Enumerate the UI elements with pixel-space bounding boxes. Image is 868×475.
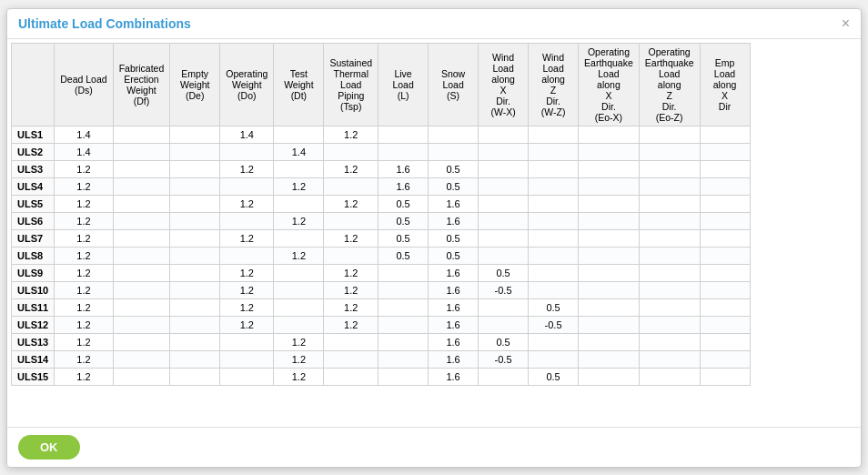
cell-ds: 1.2: [55, 229, 113, 247]
cell-s: 0.5: [429, 177, 479, 195]
cell-wz: [529, 177, 579, 195]
cell-wx: [479, 229, 529, 247]
cell-df: [113, 212, 170, 229]
cell-de: [170, 160, 220, 177]
cell-eox: [579, 247, 640, 264]
cell-df: [113, 316, 170, 333]
cell-ds: 1.4: [55, 126, 113, 143]
table-row: ULS91.21.21.21.60.5: [12, 264, 751, 281]
cell-wz: [529, 195, 579, 212]
table-body: ULS11.41.41.2ULS21.41.4ULS31.21.21.21.60…: [12, 126, 751, 385]
cell-df: [113, 195, 170, 212]
cell-s: 1.6: [429, 212, 479, 229]
col-header-dt: TestWeight(Dt): [274, 43, 324, 126]
cell-tsp: [324, 350, 378, 368]
cell-wx: 0.5: [479, 264, 529, 281]
cell-name: ULS11: [12, 298, 55, 316]
cell-wz: [529, 160, 579, 177]
cell-name: ULS13: [12, 333, 55, 350]
cell-ds: 1.2: [55, 316, 113, 333]
cell-eex: [700, 247, 750, 264]
cell-s: 0.5: [429, 160, 479, 177]
cell-eex: [700, 264, 750, 281]
cell-eoz: [639, 212, 700, 229]
cell-eex: [700, 281, 750, 298]
cell-dt: [274, 264, 324, 281]
cell-do: 1.2: [220, 264, 274, 281]
cell-ds: 1.2: [55, 281, 113, 298]
cell-tsp: 1.2: [324, 195, 378, 212]
cell-tsp: [324, 212, 378, 229]
dialog-body: Dead Load(Ds) FabricatedErectionWeight(D…: [7, 39, 861, 427]
cell-wx: [479, 126, 529, 143]
cell-do: 1.2: [220, 160, 274, 177]
table-row: ULS61.21.20.51.6: [12, 212, 751, 229]
cell-ds: 1.2: [55, 247, 113, 264]
cell-eox: [579, 126, 640, 143]
cell-tsp: [324, 333, 378, 350]
cell-df: [113, 368, 170, 385]
cell-s: 1.6: [429, 264, 479, 281]
cell-eoz: [639, 333, 700, 350]
cell-eox: [579, 177, 640, 195]
cell-eox: [579, 229, 640, 247]
cell-eoz: [639, 247, 700, 264]
cell-eoz: [639, 160, 700, 177]
cell-s: [429, 126, 479, 143]
cell-tsp: 1.2: [324, 316, 378, 333]
cell-dt: [274, 298, 324, 316]
cell-name: ULS5: [12, 195, 55, 212]
cell-name: ULS4: [12, 177, 55, 195]
table-row: ULS111.21.21.21.60.5: [12, 298, 751, 316]
cell-name: ULS15: [12, 368, 55, 385]
cell-tsp: 1.2: [324, 281, 378, 298]
cell-eoz: [639, 316, 700, 333]
cell-ds: 1.4: [55, 143, 113, 160]
cell-eox: [579, 281, 640, 298]
cell-dt: 1.2: [274, 177, 324, 195]
cell-do: [220, 350, 274, 368]
cell-wx: [479, 143, 529, 160]
cell-ds: 1.2: [55, 160, 113, 177]
cell-l: [378, 126, 429, 143]
cell-eex: [700, 350, 750, 368]
close-button[interactable]: ×: [842, 16, 850, 31]
cell-do: 1.2: [220, 229, 274, 247]
table-row: ULS81.21.20.50.5: [12, 247, 751, 264]
cell-df: [113, 247, 170, 264]
cell-eox: [579, 368, 640, 385]
cell-s: 1.6: [429, 316, 479, 333]
col-header-tsp: SustainedThermalLoadPiping(Tsp): [324, 43, 378, 126]
cell-de: [170, 126, 220, 143]
cell-do: 1.2: [220, 281, 274, 298]
cell-l: [378, 350, 429, 368]
cell-eox: [579, 195, 640, 212]
cell-eex: [700, 298, 750, 316]
cell-name: ULS10: [12, 281, 55, 298]
col-header-ds: Dead Load(Ds): [55, 43, 113, 126]
cell-do: [220, 212, 274, 229]
cell-name: ULS9: [12, 264, 55, 281]
col-header-eoz: OperatingEarthquakeLoadalongZDir.(Eo-Z): [639, 43, 700, 126]
cell-dt: 1.2: [274, 350, 324, 368]
cell-wz: [529, 333, 579, 350]
cell-dt: [274, 126, 324, 143]
cell-de: [170, 281, 220, 298]
cell-do: 1.2: [220, 298, 274, 316]
ok-button[interactable]: OK: [18, 435, 80, 460]
cell-l: [378, 143, 429, 160]
cell-de: [170, 368, 220, 385]
cell-do: 1.4: [220, 126, 274, 143]
cell-dt: 1.2: [274, 333, 324, 350]
cell-wx: [479, 316, 529, 333]
cell-tsp: [324, 247, 378, 264]
cell-s: 1.6: [429, 281, 479, 298]
cell-l: [378, 333, 429, 350]
cell-s: 1.6: [429, 350, 479, 368]
cell-de: [170, 264, 220, 281]
cell-wx: [479, 177, 529, 195]
table-row: ULS101.21.21.21.6-0.5: [12, 281, 751, 298]
cell-eox: [579, 298, 640, 316]
cell-tsp: [324, 143, 378, 160]
cell-eox: [579, 316, 640, 333]
